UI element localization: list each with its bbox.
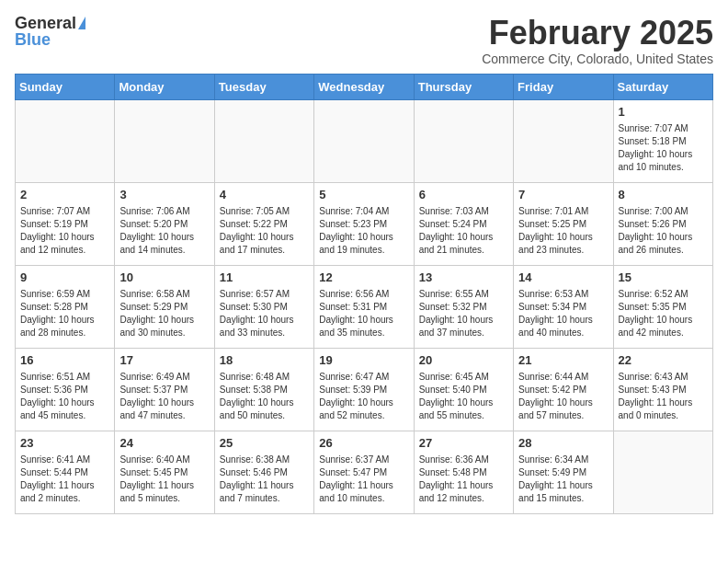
weekday-header-wednesday: Wednesday [314,74,414,99]
day-number: 15 [619,270,708,286]
day-info: Sunrise: 6:56 AM Sunset: 5:31 PM Dayligh… [319,289,393,338]
day-number: 23 [20,435,109,452]
day-info: Sunrise: 6:59 AM Sunset: 5:28 PM Dayligh… [20,289,95,338]
week-row-3: 9Sunrise: 6:59 AM Sunset: 5:28 PM Daylig… [16,265,713,348]
calendar-cell: 1Sunrise: 7:07 AM Sunset: 5:18 PM Daylig… [613,99,712,182]
calendar-cell [514,99,613,182]
day-info: Sunrise: 7:04 AM Sunset: 5:23 PM Dayligh… [319,206,393,255]
day-number: 4 [220,187,309,203]
logo-icon [78,17,85,29]
day-info: Sunrise: 6:37 AM Sunset: 5:47 PM Dayligh… [319,454,393,503]
logo-blue-text: Blue [15,31,51,48]
day-info: Sunrise: 6:34 AM Sunset: 5:49 PM Dayligh… [518,454,593,503]
day-info: Sunrise: 6:55 AM Sunset: 5:32 PM Dayligh… [419,289,494,338]
day-number: 6 [419,187,508,203]
weekday-header-thursday: Thursday [414,74,513,99]
day-number: 20 [419,352,508,369]
week-row-5: 23Sunrise: 6:41 AM Sunset: 5:44 PM Dayli… [16,431,713,513]
day-number: 19 [319,352,408,369]
day-info: Sunrise: 6:45 AM Sunset: 5:40 PM Dayligh… [419,372,494,420]
day-info: Sunrise: 7:01 AM Sunset: 5:25 PM Dayligh… [518,206,593,255]
calendar-cell: 7Sunrise: 7:01 AM Sunset: 5:25 PM Daylig… [514,182,613,265]
logo-general-text: General [15,15,76,31]
calendar-cell: 9Sunrise: 6:59 AM Sunset: 5:28 PM Daylig… [16,265,115,348]
day-info: Sunrise: 7:00 AM Sunset: 5:26 PM Dayligh… [619,206,693,255]
day-number: 22 [619,352,708,369]
calendar-cell: 27Sunrise: 6:36 AM Sunset: 5:48 PM Dayli… [414,431,513,513]
calendar-cell: 6Sunrise: 7:03 AM Sunset: 5:24 PM Daylig… [414,182,513,265]
calendar-table: SundayMondayTuesdayWednesdayThursdayFrid… [15,74,713,514]
weekday-header-monday: Monday [115,74,214,99]
logo: General Blue [15,15,85,48]
day-number: 13 [419,270,508,286]
day-number: 18 [220,352,309,369]
day-number: 10 [119,270,209,286]
calendar-cell: 20Sunrise: 6:45 AM Sunset: 5:40 PM Dayli… [414,348,513,431]
calendar-cell: 21Sunrise: 6:44 AM Sunset: 5:42 PM Dayli… [514,348,613,431]
calendar-cell: 2Sunrise: 7:07 AM Sunset: 5:19 PM Daylig… [16,182,115,265]
weekday-header-row: SundayMondayTuesdayWednesdayThursdayFrid… [16,74,713,99]
week-row-2: 2Sunrise: 7:07 AM Sunset: 5:19 PM Daylig… [16,182,713,265]
calendar-cell: 11Sunrise: 6:57 AM Sunset: 5:30 PM Dayli… [214,265,313,348]
day-number: 11 [220,270,309,286]
location-subtitle: Commerce City, Colorado, United States [482,52,713,66]
calendar-cell: 8Sunrise: 7:00 AM Sunset: 5:26 PM Daylig… [613,182,712,265]
day-info: Sunrise: 6:52 AM Sunset: 5:35 PM Dayligh… [619,289,693,338]
day-info: Sunrise: 6:40 AM Sunset: 5:45 PM Dayligh… [119,454,194,503]
week-row-1: 1Sunrise: 7:07 AM Sunset: 5:18 PM Daylig… [16,99,713,182]
calendar-cell: 15Sunrise: 6:52 AM Sunset: 5:35 PM Dayli… [613,265,712,348]
calendar-cell: 28Sunrise: 6:34 AM Sunset: 5:49 PM Dayli… [514,431,613,513]
day-info: Sunrise: 6:38 AM Sunset: 5:46 PM Dayligh… [220,454,294,503]
header: General Blue February 2025 Commerce City… [15,15,713,66]
calendar-cell: 17Sunrise: 6:49 AM Sunset: 5:37 PM Dayli… [115,348,214,431]
day-info: Sunrise: 7:06 AM Sunset: 5:20 PM Dayligh… [119,206,194,255]
day-info: Sunrise: 6:49 AM Sunset: 5:37 PM Dayligh… [119,372,194,420]
day-number: 27 [419,435,508,452]
calendar-cell: 18Sunrise: 6:48 AM Sunset: 5:38 PM Dayli… [214,348,313,431]
day-number: 16 [20,352,109,369]
day-number: 17 [119,352,209,369]
calendar-cell: 25Sunrise: 6:38 AM Sunset: 5:46 PM Dayli… [214,431,313,513]
day-info: Sunrise: 7:07 AM Sunset: 5:19 PM Dayligh… [20,206,95,255]
day-info: Sunrise: 6:36 AM Sunset: 5:48 PM Dayligh… [419,454,494,503]
calendar-cell [214,99,313,182]
day-number: 25 [220,435,309,452]
day-number: 14 [518,270,608,286]
day-info: Sunrise: 6:53 AM Sunset: 5:34 PM Dayligh… [518,289,593,338]
day-info: Sunrise: 6:57 AM Sunset: 5:30 PM Dayligh… [220,289,294,338]
day-number: 21 [518,352,608,369]
calendar-cell: 26Sunrise: 6:37 AM Sunset: 5:47 PM Dayli… [314,431,414,513]
day-number: 7 [518,187,608,203]
day-info: Sunrise: 6:47 AM Sunset: 5:39 PM Dayligh… [319,372,393,420]
day-number: 3 [119,187,209,203]
week-row-4: 16Sunrise: 6:51 AM Sunset: 5:36 PM Dayli… [16,348,713,431]
calendar-cell: 3Sunrise: 7:06 AM Sunset: 5:20 PM Daylig… [115,182,214,265]
day-info: Sunrise: 6:41 AM Sunset: 5:44 PM Dayligh… [20,454,95,503]
day-info: Sunrise: 6:44 AM Sunset: 5:42 PM Dayligh… [518,372,593,420]
weekday-header-sunday: Sunday [16,74,115,99]
day-info: Sunrise: 6:48 AM Sunset: 5:38 PM Dayligh… [220,372,294,420]
day-info: Sunrise: 6:51 AM Sunset: 5:36 PM Dayligh… [20,372,95,420]
calendar-cell: 10Sunrise: 6:58 AM Sunset: 5:29 PM Dayli… [115,265,214,348]
day-info: Sunrise: 7:03 AM Sunset: 5:24 PM Dayligh… [419,206,494,255]
day-number: 28 [518,435,608,452]
calendar-cell: 14Sunrise: 6:53 AM Sunset: 5:34 PM Dayli… [514,265,613,348]
day-number: 2 [20,187,109,203]
calendar-cell: 19Sunrise: 6:47 AM Sunset: 5:39 PM Dayli… [314,348,414,431]
weekday-header-saturday: Saturday [613,74,712,99]
calendar-cell [314,99,414,182]
calendar-cell: 24Sunrise: 6:40 AM Sunset: 5:45 PM Dayli… [115,431,214,513]
calendar-cell: 22Sunrise: 6:43 AM Sunset: 5:43 PM Dayli… [613,348,712,431]
day-number: 12 [319,270,408,286]
calendar-cell [16,99,115,182]
day-number: 24 [119,435,209,452]
day-number: 9 [20,270,109,286]
day-number: 1 [619,104,708,121]
calendar-cell: 5Sunrise: 7:04 AM Sunset: 5:23 PM Daylig… [314,182,414,265]
day-info: Sunrise: 7:05 AM Sunset: 5:22 PM Dayligh… [220,206,294,255]
calendar-cell: 16Sunrise: 6:51 AM Sunset: 5:36 PM Dayli… [16,348,115,431]
weekday-header-friday: Friday [514,74,613,99]
calendar-cell [414,99,513,182]
month-title: February 2025 [482,15,713,52]
calendar-cell: 13Sunrise: 6:55 AM Sunset: 5:32 PM Dayli… [414,265,513,348]
